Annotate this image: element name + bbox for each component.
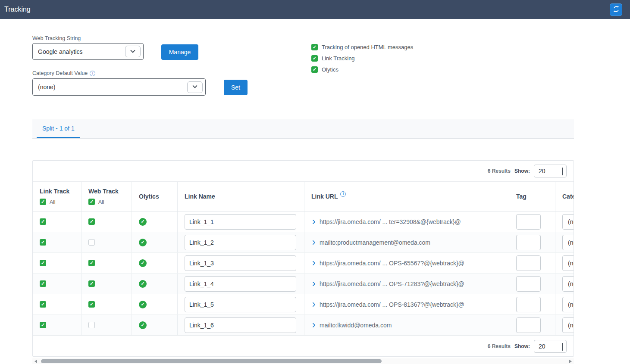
scroll-right-arrow[interactable] <box>567 358 574 364</box>
link-url-text: https://jira.omeda.com/ ... OPS-71283?@{… <box>320 280 464 287</box>
link-track-checkbox[interactable] <box>40 301 46 308</box>
category-select[interactable]: (none) <box>562 297 574 312</box>
web-track-checkbox[interactable] <box>88 280 95 287</box>
web-track-checkbox[interactable] <box>88 301 95 308</box>
table-toolbar-top: 6 Results Show: 20 <box>33 161 574 181</box>
link-url-text: mailto:lkwidd@omeda.com <box>320 322 392 329</box>
show-label: Show: <box>514 168 530 174</box>
category-select[interactable]: (none) <box>562 255 574 271</box>
column-header-web-track: Web Track All <box>81 182 132 211</box>
page-size-value: 20 <box>539 343 545 350</box>
refresh-button[interactable] <box>610 3 622 16</box>
category-select[interactable]: (none) <box>562 214 574 230</box>
web-track-checkbox[interactable] <box>88 322 95 328</box>
scrollbar-track[interactable] <box>39 359 567 364</box>
category-default-value-label: Category Default Value <box>32 70 95 76</box>
tag-input[interactable] <box>516 317 541 333</box>
link-name-input[interactable] <box>185 276 296 292</box>
show-label: Show: <box>514 343 530 349</box>
expand-url-chevron-icon[interactable] <box>310 219 315 224</box>
web-track-checkbox[interactable] <box>88 260 95 266</box>
column-header-olytics: Olytics <box>132 182 178 211</box>
tracking-option[interactable]: Link Tracking <box>311 55 413 62</box>
category-value: (none) <box>568 239 574 246</box>
olytics-status-icon <box>139 301 147 308</box>
column-header-tag: Tag <box>509 182 555 211</box>
refresh-icon <box>613 6 620 14</box>
tag-input[interactable] <box>516 235 541 250</box>
link-name-input[interactable] <box>185 255 296 271</box>
category-select[interactable]: (none) <box>562 235 574 250</box>
results-count: 6 Results <box>488 168 511 174</box>
expand-url-chevron-icon[interactable] <box>310 323 315 327</box>
category-select[interactable]: (none) <box>562 317 574 333</box>
category-value: (none) <box>568 301 574 308</box>
table-row: https://jira.omeda.com/ ... ter=32908&@{… <box>33 212 574 232</box>
link-track-checkbox[interactable] <box>40 218 46 225</box>
tab-split-1-of-1[interactable]: Split - 1 of 1 <box>37 119 80 138</box>
tag-input[interactable] <box>516 297 541 312</box>
table-row: https://jira.omeda.com/ ... OPS-81367?@{… <box>33 294 574 315</box>
table-toolbar-bottom: 6 Results Show: 20 <box>33 336 574 356</box>
tag-input[interactable] <box>516 276 541 292</box>
option-checkbox[interactable] <box>311 55 318 62</box>
web-track-checkbox[interactable] <box>88 218 95 225</box>
column-header-link-url: Link URL <box>304 182 509 211</box>
top-bar: Tracking <box>0 0 630 19</box>
expand-url-chevron-icon[interactable] <box>310 281 315 286</box>
link-track-checkbox[interactable] <box>40 260 46 266</box>
chevron-down-icon <box>562 343 563 350</box>
table-scroll-area: Link Track All Web Track All Olytics <box>33 181 574 336</box>
link-url-text: https://jira.omeda.com/ ... ter=32908&@{… <box>320 218 461 225</box>
link-track-checkbox[interactable] <box>40 280 46 287</box>
table-row: mailto:productmanagement@omeda.com (none… <box>33 232 574 253</box>
link-name-input[interactable] <box>185 317 296 333</box>
select-all-link-track-checkbox[interactable] <box>40 199 46 205</box>
tab-bar: Split - 1 of 1 <box>32 119 574 139</box>
link-track-checkbox[interactable] <box>40 322 46 328</box>
set-button[interactable]: Set <box>224 80 248 95</box>
links-table: Link Track All Web Track All Olytics <box>33 181 574 336</box>
option-checkbox[interactable] <box>311 66 318 73</box>
select-all-web-track-checkbox[interactable] <box>88 199 95 205</box>
page-size-select[interactable]: 20 <box>534 340 567 353</box>
tracking-option[interactable]: Tracking of opened HTML messages <box>311 44 413 50</box>
link-name-input[interactable] <box>185 214 296 230</box>
option-checkbox[interactable] <box>311 44 318 50</box>
info-icon <box>340 191 346 197</box>
web-tracking-string-value: Google analytics <box>38 48 83 55</box>
manage-button[interactable]: Manage <box>161 44 198 60</box>
category-value: (none) <box>568 218 574 225</box>
horizontal-scrollbar[interactable] <box>32 358 574 364</box>
tag-input[interactable] <box>516 255 541 271</box>
table-row: https://jira.omeda.com/ ... OPS-65567?@{… <box>33 253 574 274</box>
expand-url-chevron-icon[interactable] <box>310 302 315 307</box>
web-tracking-string-select[interactable]: Google analytics <box>32 43 144 60</box>
link-name-input[interactable] <box>185 297 296 312</box>
scrollbar-thumb[interactable] <box>41 359 382 363</box>
table-row: https://jira.omeda.com/ ... OPS-71283?@{… <box>33 274 574 294</box>
column-header-category: Category <box>555 182 574 211</box>
info-icon <box>90 71 95 76</box>
tag-input[interactable] <box>516 214 541 230</box>
category-select[interactable]: (none) <box>562 276 574 292</box>
link-url-text: https://jira.omeda.com/ ... OPS-81367?@{… <box>320 301 464 308</box>
web-track-checkbox[interactable] <box>88 239 95 246</box>
category-default-value-select[interactable]: (none) <box>32 78 206 96</box>
chevron-down-icon <box>187 81 203 93</box>
column-header-link-track: Link Track All <box>33 182 81 211</box>
page-size-select[interactable]: 20 <box>534 165 567 177</box>
category-value: (none) <box>568 322 574 329</box>
link-url-text: mailto:productmanagement@omeda.com <box>320 239 430 246</box>
category-default-value: (none) <box>38 84 55 90</box>
tracking-option[interactable]: Olytics <box>311 66 413 73</box>
link-track-checkbox[interactable] <box>40 239 46 246</box>
expand-url-chevron-icon[interactable] <box>310 261 315 265</box>
link-name-input[interactable] <box>185 235 296 250</box>
expand-url-chevron-icon[interactable] <box>310 240 315 245</box>
scroll-left-arrow[interactable] <box>32 358 39 364</box>
table-header-row: Link Track All Web Track All Olytics <box>33 181 574 212</box>
option-label: Link Tracking <box>322 55 355 62</box>
table-body: https://jira.omeda.com/ ... ter=32908&@{… <box>33 212 574 336</box>
chevron-down-icon <box>562 168 563 174</box>
